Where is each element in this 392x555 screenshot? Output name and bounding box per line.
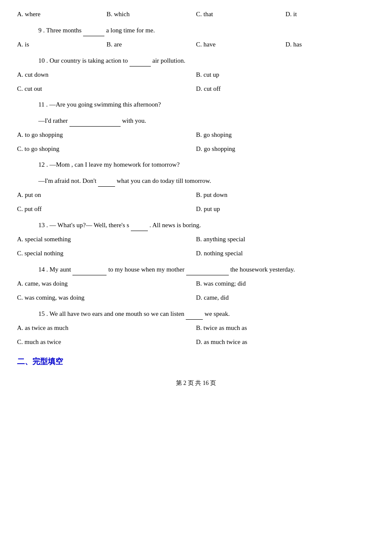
q9-text-after: a long time for me. xyxy=(106,27,155,34)
q13-option-b: B. anything special xyxy=(196,234,375,245)
q15-blank xyxy=(186,308,203,320)
q11-option-a: A. to go shopping xyxy=(17,129,196,141)
footer-text: 第 2 页 共 16 页 xyxy=(176,380,216,386)
q11-text2: —I'd rather xyxy=(38,117,68,124)
q12-option-a: A. put on xyxy=(17,189,196,201)
q14-blank2 xyxy=(186,263,229,275)
option-a-text: where xyxy=(25,11,40,17)
option-d-text: it xyxy=(293,11,297,17)
q14-answer-row-2: C. was coming, was doing D. came, did xyxy=(17,292,375,304)
q9-option-d: D. has xyxy=(285,39,375,50)
q14-number: 14 . xyxy=(38,266,49,273)
q10-text-after: air pollution. xyxy=(152,57,185,64)
q11-number: 11 . xyxy=(38,101,49,108)
q12-option-d: D. put up xyxy=(196,203,375,215)
q15-text-after: we speak. xyxy=(205,310,230,317)
q12-number: 12 . xyxy=(38,161,49,168)
q10-option-b: B. cut up xyxy=(196,69,375,81)
q14-text-mid: to my house when my mother xyxy=(108,266,184,273)
q13-number: 13 . xyxy=(38,222,49,228)
q9-option-a: A. is xyxy=(17,39,107,50)
option-a-label: A. xyxy=(17,11,25,17)
q13-answer-row: A. special something B. anything special xyxy=(17,234,375,245)
q11-answer-row-2: C. to go shoping D. go shopping xyxy=(17,143,375,155)
q12-answer-row: A. put on B. put down xyxy=(17,189,375,201)
section2-title: 二、完型填空 xyxy=(17,356,375,367)
q10-answer-row-2: C. cut out D. cut off xyxy=(17,83,375,95)
q14-blank1 xyxy=(72,263,107,275)
q11-option-d: D. go shopping xyxy=(196,143,375,155)
q12-answer-row-2: C. put off D. put up xyxy=(17,203,375,215)
top-answer-row: A. where B. which C. that D. it xyxy=(17,9,375,20)
q12-blank xyxy=(98,175,115,187)
question-12-text2: —I'm afraid not. Don't what you can do t… xyxy=(17,175,375,187)
q12-text2: —I'm afraid not. Don't xyxy=(38,177,96,184)
q9-option-c: C. have xyxy=(196,39,285,50)
option-b-label: B. xyxy=(107,11,114,17)
option-c-label: C. xyxy=(196,11,204,17)
q15-option-a: A. as twice as much xyxy=(17,322,196,334)
q14-text-after: the housework yesterday. xyxy=(230,266,295,273)
q11-option-b: B. go shoping xyxy=(196,129,375,141)
question-9-text: 9 . Three months a long time for me. xyxy=(17,24,375,36)
q13-option-a: A. special something xyxy=(17,234,196,245)
option-a: A. where xyxy=(17,9,107,20)
question-15-text: 15 . We all have two ears and one mouth … xyxy=(17,308,375,320)
question-10-text: 10 . Our country is taking action to air… xyxy=(17,55,375,66)
q12-text3: what you can do today till tomorrow. xyxy=(117,177,211,184)
q10-option-c: C. cut out xyxy=(17,83,196,95)
q9-answer-row: A. is B. are C. have D. has xyxy=(17,39,375,50)
q11-text3: with you. xyxy=(122,117,146,124)
option-c-text: that xyxy=(204,11,213,17)
option-c: C. that xyxy=(196,9,285,20)
q14-option-a: A. came, was doing xyxy=(17,278,196,289)
question-14-text: 14 . My aunt to my house when my mother … xyxy=(17,263,375,275)
q9-number: 9 . xyxy=(38,27,46,34)
question-12-text: 12 . —Mom , can I leave my homework for … xyxy=(17,159,375,171)
question-11-text2: —I'd rather with you. xyxy=(17,115,375,127)
page-footer: 第 2 页 共 16 页 xyxy=(17,379,375,387)
q11-text: —Are you going swimming this afternoon? xyxy=(49,101,161,108)
q10-option-d: D. cut off xyxy=(196,83,375,95)
q10-option-a: A. cut down xyxy=(17,69,196,81)
q13-text-before: — What's up?— Well, there's s xyxy=(49,222,129,228)
question-13-text: 13 . — What's up?— Well, there's s . All… xyxy=(17,219,375,231)
q13-text-after: . All news is boring. xyxy=(150,222,201,228)
q15-option-b: B. twice as much as xyxy=(196,322,375,334)
q13-option-c: C. special nothing xyxy=(17,248,196,259)
q10-text-before: Our country is taking action to xyxy=(49,57,128,64)
q11-answer-row: A. to go shopping B. go shoping xyxy=(17,129,375,141)
q10-number: 10 . xyxy=(38,57,49,64)
q12-text: —Mom , can I leave my homework for tomor… xyxy=(49,161,179,168)
question-11-text: 11 . —Are you going swimming this aftern… xyxy=(17,99,375,110)
q15-number: 15 . xyxy=(38,310,49,317)
option-b-text: which xyxy=(114,11,130,17)
q12-option-b: B. put down xyxy=(196,189,375,201)
q14-text: My aunt xyxy=(49,266,71,273)
q9-option-b: B. are xyxy=(107,39,196,50)
q14-option-b: B. was coming; did xyxy=(196,278,375,289)
q10-answer-row: A. cut down B. cut up xyxy=(17,69,375,81)
q15-option-c: C. much as twice xyxy=(17,336,196,348)
q15-answer-row: A. as twice as much B. twice as much as xyxy=(17,322,375,334)
q9-blank xyxy=(83,24,104,36)
option-d: D. it xyxy=(285,9,375,20)
q14-option-c: C. was coming, was doing xyxy=(17,292,196,304)
q13-option-d: D. nothing special xyxy=(196,248,375,259)
q11-option-c: C. to go shoping xyxy=(17,143,196,155)
q13-blank xyxy=(131,219,148,231)
q10-blank xyxy=(130,55,151,66)
q15-option-d: D. as much twice as xyxy=(196,336,375,348)
q15-answer-row-2: C. much as twice D. as much twice as xyxy=(17,336,375,348)
q15-text-before: We all have two ears and one mouth so we… xyxy=(49,310,184,317)
q14-option-d: D. came, did xyxy=(196,292,375,304)
q9-text-before: Three months xyxy=(46,27,81,34)
q14-answer-row: A. came, was doing B. was coming; did xyxy=(17,278,375,289)
q13-answer-row-2: C. special nothing D. nothing special xyxy=(17,248,375,259)
option-b: B. which xyxy=(107,9,196,20)
option-d-label: D. xyxy=(285,11,293,17)
q12-option-c: C. put off xyxy=(17,203,196,215)
q11-blank xyxy=(69,115,121,127)
